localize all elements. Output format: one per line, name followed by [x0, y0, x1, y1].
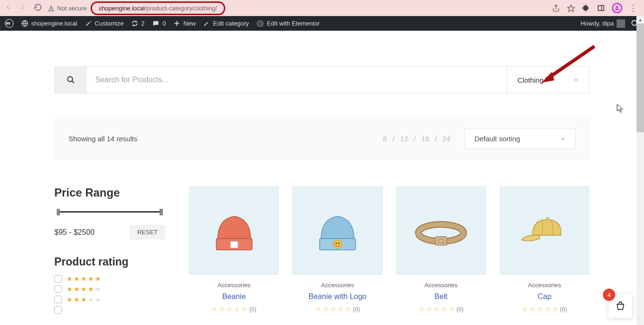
svg-point-18	[68, 77, 73, 82]
product-card: Accessories Belt ☆☆☆☆☆ (0)	[396, 186, 486, 316]
product-card: Accessories Beanie ☆☆☆☆☆ (0)	[189, 186, 279, 316]
product-image[interactable]	[189, 186, 279, 275]
product-grid: Accessories Beanie ☆☆☆☆☆ (0) Accessories…	[189, 186, 590, 316]
product-search-bar: Clothing	[54, 66, 590, 94]
product-name[interactable]: Beanie with Logo	[292, 292, 382, 301]
kebab-menu-icon[interactable]: ⋮	[629, 3, 637, 13]
svg-point-6	[616, 6, 618, 8]
per-page-8[interactable]: 8	[383, 135, 387, 143]
svg-rect-4	[598, 6, 604, 11]
per-page-options: 8 / 12 / 18 / 24	[383, 135, 450, 143]
svg-rect-0	[51, 8, 51, 9]
per-page-12[interactable]: 12	[400, 135, 408, 143]
svg-rect-1	[51, 9, 51, 10]
category-select[interactable]: Clothing	[507, 67, 589, 93]
per-page-18[interactable]: 18	[421, 135, 429, 143]
svg-point-23	[333, 240, 342, 248]
product-category[interactable]: Accessories	[396, 282, 486, 289]
product-rating: ☆☆☆☆☆ (0)	[292, 306, 382, 313]
back-button[interactable]	[4, 3, 12, 13]
rating-5[interactable]: ★★★★★	[54, 275, 165, 282]
edit-category-link[interactable]: Edit category	[203, 20, 249, 27]
site-name-link[interactable]: shopengine.local	[21, 20, 77, 27]
product-card: Accessories Cap ☆☆☆☆☆ (0)	[500, 186, 590, 316]
reset-button[interactable]: RESET	[130, 225, 165, 239]
per-page-24[interactable]: 24	[442, 135, 450, 143]
svg-rect-14	[260, 23, 262, 24]
product-name[interactable]: Cap	[500, 292, 590, 301]
product-card: Accessories Beanie with Logo ☆☆☆☆☆ (0)	[292, 186, 382, 316]
svg-rect-28	[435, 237, 447, 245]
panel-icon[interactable]	[597, 4, 605, 12]
results-toolbar: Showing all 14 results 8 / 12 / 18 / 24 …	[54, 117, 590, 160]
extensions-icon[interactable]	[582, 4, 590, 12]
svg-rect-12	[259, 22, 259, 26]
edit-elementor-link[interactable]: Edit with Elementor	[256, 20, 320, 27]
rating-2[interactable]	[54, 306, 165, 314]
price-range-value: $95 - $2500	[54, 228, 94, 237]
svg-rect-15	[260, 25, 262, 26]
bookmark-star-icon[interactable]	[567, 4, 575, 12]
url-bar[interactable]: shopengine.local/product-category/clothi…	[91, 1, 225, 15]
updates-link[interactable]: 2	[131, 20, 144, 27]
wp-logo[interactable]	[5, 19, 14, 28]
svg-marker-3	[568, 5, 574, 11]
svg-rect-21	[230, 241, 238, 248]
new-link[interactable]: New	[173, 20, 195, 27]
svg-point-24	[335, 243, 337, 244]
product-name[interactable]: Beanie	[189, 292, 279, 301]
sort-select[interactable]: Default sorting	[465, 128, 576, 149]
vertical-scrollbar[interactable]: ▲	[636, 16, 644, 325]
product-image[interactable]	[396, 186, 486, 275]
product-image[interactable]	[500, 186, 590, 275]
product-rating: ☆☆☆☆☆ (0)	[500, 306, 590, 313]
product-rating: ☆☆☆☆☆ (0)	[396, 306, 486, 313]
cart-count-badge: 4	[603, 289, 615, 301]
price-range-title: Price Range	[54, 186, 165, 199]
cart-button[interactable]: 4	[609, 294, 632, 318]
howdy-user[interactable]: Howdy, dipa	[580, 19, 625, 28]
svg-line-19	[72, 81, 74, 83]
product-category[interactable]: Accessories	[500, 282, 590, 289]
product-category[interactable]: Accessories	[189, 282, 279, 289]
product-category[interactable]: Accessories	[292, 282, 382, 289]
product-name[interactable]: Belt	[396, 292, 486, 301]
price-slider[interactable]	[54, 208, 165, 216]
svg-point-25	[338, 243, 339, 244]
rating-4[interactable]: ★★★★★	[54, 285, 165, 293]
results-count: Showing all 14 results	[68, 135, 137, 143]
share-icon[interactable]	[551, 4, 560, 12]
wp-admin-bar: shopengine.local Customize 2 0 New Edit …	[0, 16, 644, 31]
forward-button[interactable]	[19, 3, 27, 13]
security-indicator[interactable]: Not secure	[48, 5, 87, 12]
reload-button[interactable]	[34, 3, 42, 13]
filter-sidebar: Price Range $95 - $2500 RESET Product ra…	[54, 186, 165, 316]
product-rating-title: Product rating	[54, 256, 165, 268]
comments-link[interactable]: 0	[152, 20, 166, 27]
customize-link[interactable]: Customize	[85, 20, 124, 27]
profile-avatar[interactable]	[612, 3, 622, 13]
rating-3[interactable]: ★★★★★	[54, 296, 165, 303]
search-icon[interactable]	[55, 67, 87, 93]
browser-toolbar: Not secure shopengine.local/product-cate…	[0, 0, 644, 16]
search-input[interactable]	[87, 67, 507, 93]
svg-rect-13	[260, 22, 262, 23]
product-image[interactable]	[292, 186, 382, 275]
product-rating: ☆☆☆☆☆ (0)	[189, 306, 279, 313]
svg-point-30	[546, 217, 549, 220]
